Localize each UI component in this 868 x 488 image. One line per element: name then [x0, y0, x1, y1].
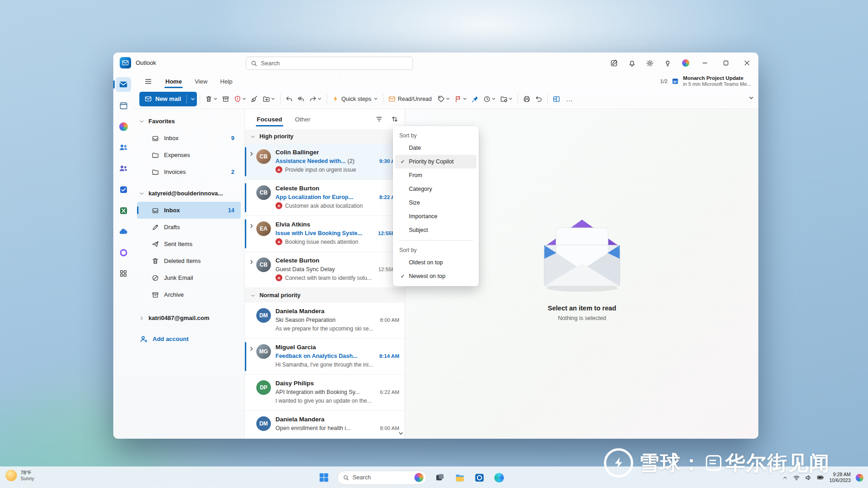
- report-button[interactable]: [232, 92, 249, 106]
- folder-inbox[interactable]: Inbox 14: [137, 202, 241, 219]
- expand-chevron-icon[interactable]: [249, 256, 256, 288]
- sort-option-subject[interactable]: Subject: [395, 223, 476, 237]
- chevron-down-icon[interactable]: [318, 97, 322, 101]
- tab-focused[interactable]: Focused: [250, 109, 289, 129]
- sort-option-from[interactable]: From: [395, 168, 476, 182]
- notes-icon[interactable]: [605, 52, 623, 73]
- message-row[interactable]: DP Daisy Philips API Integration with Bo…: [245, 375, 405, 411]
- taskbar-clock[interactable]: 9:28 AM 10/6/2023: [829, 472, 851, 483]
- section-high-priority[interactable]: High priority: [245, 129, 405, 144]
- expand-chevron-icon[interactable]: [249, 148, 256, 179]
- maximize-button[interactable]: [715, 52, 736, 73]
- minimize-button[interactable]: [694, 52, 715, 73]
- file-explorer-icon[interactable]: [453, 470, 466, 485]
- new-mail-button[interactable]: New mail: [139, 92, 197, 106]
- rules-button[interactable]: [498, 92, 515, 106]
- rail-groups-icon[interactable]: [116, 161, 131, 176]
- message-row[interactable]: DM Daniela Mandera Ski Season Preparatio…: [245, 303, 405, 339]
- print-button[interactable]: [521, 92, 533, 106]
- rail-more-apps-icon[interactable]: [116, 266, 131, 281]
- tab-home[interactable]: Home: [159, 73, 188, 89]
- rail-calendar-icon[interactable]: [116, 98, 131, 113]
- sort-option-importance[interactable]: Importance: [395, 210, 476, 223]
- edge-icon[interactable]: [492, 470, 505, 485]
- outlook-taskbar-icon[interactable]: [473, 470, 486, 485]
- undo-button[interactable]: [533, 92, 545, 106]
- rail-loop-icon[interactable]: [116, 245, 131, 260]
- more-options-button[interactable]: …: [562, 92, 577, 106]
- reply-all-button[interactable]: [295, 92, 307, 106]
- folder-invoices[interactable]: Invoices 2: [137, 163, 241, 180]
- reading-pane-layout-button[interactable]: [550, 92, 562, 106]
- sort-option-newest-on-top[interactable]: ✓Newest on top: [395, 269, 476, 283]
- sweep-button[interactable]: [249, 92, 260, 106]
- folder-favorites-inbox[interactable]: Inbox 9: [137, 130, 241, 147]
- message-row[interactable]: CB Celeste Burton Guest Data Sync Delay1…: [245, 252, 405, 288]
- chevron-down-icon[interactable]: [374, 97, 378, 101]
- chevron-down-icon[interactable]: [463, 97, 467, 101]
- read-unread-button[interactable]: Read/Unread: [386, 92, 435, 106]
- settings-gear-icon[interactable]: [641, 52, 659, 73]
- menu-toggle-icon[interactable]: [142, 75, 154, 88]
- message-row[interactable]: CB Colin Ballinger@ Assistance Needed wi…: [245, 144, 405, 180]
- filter-icon[interactable]: [376, 115, 383, 123]
- tab-other[interactable]: Other: [289, 109, 317, 129]
- add-account-button[interactable]: Add account: [133, 331, 244, 347]
- pin-button[interactable]: [469, 92, 481, 106]
- task-view-icon[interactable]: [434, 470, 446, 485]
- sort-option-priority-by-copilot[interactable]: ✓Priority by Copilot: [395, 155, 476, 168]
- rail-microsoft365-icon[interactable]: [116, 119, 131, 134]
- folder-sent-items[interactable]: Sent Items: [137, 236, 241, 252]
- expand-chevron-icon[interactable]: [249, 220, 256, 252]
- chevron-down-icon[interactable]: [446, 97, 450, 101]
- sort-option-oldest-on-top[interactable]: Oldest on top: [395, 256, 476, 269]
- chevron-down-icon[interactable]: [191, 97, 195, 101]
- sort-option-size[interactable]: Size: [395, 196, 476, 210]
- folder-junk-email[interactable]: Junk Email: [137, 269, 241, 286]
- tab-help[interactable]: Help: [214, 73, 239, 89]
- copilot-icon[interactable]: [677, 52, 694, 73]
- rail-excel-icon[interactable]: [116, 203, 131, 218]
- quick-steps-button[interactable]: Quick steps: [330, 92, 380, 106]
- start-button[interactable]: [318, 470, 330, 485]
- sort-option-category[interactable]: Category: [395, 182, 476, 196]
- search-input[interactable]: Search: [246, 57, 413, 70]
- taskbar-search[interactable]: Search: [337, 471, 427, 485]
- collapse-ribbon-icon[interactable]: [749, 95, 754, 100]
- scroll-down-icon[interactable]: [398, 431, 403, 436]
- move-to-button[interactable]: [260, 92, 277, 106]
- section-normal-priority[interactable]: Normal priority: [245, 288, 405, 303]
- taskbar-weather-widget[interactable]: 78°F Sunny: [5, 470, 34, 481]
- categorize-button[interactable]: [435, 92, 452, 106]
- meeting-reminder[interactable]: 1/2 Monarch Project Update in 5 min Micr…: [660, 73, 751, 89]
- chevron-down-icon[interactable]: [271, 97, 275, 101]
- message-row[interactable]: CB Celeste Burton App Localization for E…: [245, 180, 405, 216]
- message-row[interactable]: EA Elvia Atkins Issue with Live Booking …: [245, 216, 405, 252]
- chevron-down-icon[interactable]: [213, 97, 217, 101]
- favorites-header[interactable]: Favorites: [133, 113, 244, 130]
- rail-onedrive-icon[interactable]: [116, 224, 131, 239]
- close-button[interactable]: [736, 52, 757, 73]
- tips-lightbulb-icon[interactable]: [659, 52, 677, 73]
- copilot-tray-icon[interactable]: [856, 474, 863, 482]
- message-row[interactable]: MG Miguel Garcia Feedback on Analytics D…: [245, 339, 405, 375]
- folder-drafts[interactable]: Drafts: [137, 219, 241, 236]
- rail-mail-icon[interactable]: [116, 77, 131, 92]
- reply-button[interactable]: [283, 92, 295, 106]
- expand-chevron-icon[interactable]: [249, 343, 256, 374]
- sort-icon[interactable]: [391, 115, 398, 123]
- message-row[interactable]: DM Daniela Mandera Open enrollment for h…: [245, 411, 405, 439]
- chevron-down-icon[interactable]: [508, 97, 513, 101]
- archive-button[interactable]: [220, 92, 232, 106]
- chevron-down-icon[interactable]: [492, 97, 496, 101]
- tab-view[interactable]: View: [188, 73, 214, 89]
- folder-archive[interactable]: Archive: [137, 286, 241, 303]
- folder-expenses[interactable]: Expenses: [137, 147, 241, 163]
- rail-todo-icon[interactable]: [116, 182, 131, 197]
- snooze-button[interactable]: [481, 92, 498, 106]
- account-header[interactable]: katyreid@boulderinnova...: [133, 185, 244, 202]
- rail-people-icon[interactable]: [116, 140, 131, 155]
- sort-option-date[interactable]: Date: [395, 141, 476, 155]
- flag-button[interactable]: [452, 92, 469, 106]
- folder-deleted-items[interactable]: Deleted Items: [137, 252, 241, 269]
